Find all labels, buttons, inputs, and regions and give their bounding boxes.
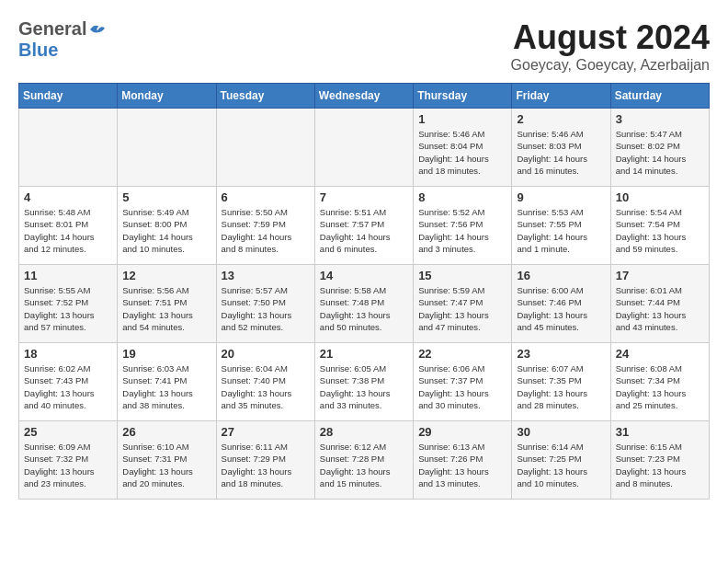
cell-content: Sunrise: 5:49 AM Sunset: 8:00 PM Dayligh…: [122, 206, 210, 255]
calendar-cell: 1Sunrise: 5:46 AM Sunset: 8:04 PM Daylig…: [414, 109, 512, 187]
calendar-cell: 24Sunrise: 6:08 AM Sunset: 7:34 PM Dayli…: [610, 343, 709, 421]
calendar-cell: 12Sunrise: 5:56 AM Sunset: 7:51 PM Dayli…: [118, 265, 216, 343]
weekday-header-friday: Friday: [512, 84, 610, 109]
calendar-cell: 19Sunrise: 6:03 AM Sunset: 7:41 PM Dayli…: [118, 343, 216, 421]
day-number: 20: [222, 347, 310, 361]
calendar-cell: 27Sunrise: 6:11 AM Sunset: 7:29 PM Dayli…: [216, 421, 314, 500]
calendar-cell: 26Sunrise: 6:10 AM Sunset: 7:31 PM Dayli…: [118, 421, 216, 500]
weekday-header-wednesday: Wednesday: [314, 84, 413, 109]
cell-content: Sunrise: 5:51 AM Sunset: 7:57 PM Dayligh…: [320, 206, 408, 255]
cell-content: Sunrise: 6:00 AM Sunset: 7:46 PM Dayligh…: [517, 284, 605, 333]
calendar-cell: 11Sunrise: 5:55 AM Sunset: 7:52 PM Dayli…: [19, 265, 118, 343]
logo-blue: Blue: [18, 40, 58, 60]
calendar-cell: [216, 109, 314, 187]
calendar-cell: 8Sunrise: 5:52 AM Sunset: 7:56 PM Daylig…: [414, 187, 512, 265]
cell-content: Sunrise: 5:52 AM Sunset: 7:56 PM Dayligh…: [418, 206, 506, 255]
location: Goeycay, Goeycay, Azerbaijan: [511, 57, 710, 74]
calendar-table: SundayMondayTuesdayWednesdayThursdayFrid…: [18, 83, 710, 500]
cell-content: Sunrise: 5:57 AM Sunset: 7:50 PM Dayligh…: [222, 284, 310, 333]
day-number: 28: [320, 425, 408, 439]
day-number: 17: [616, 269, 704, 282]
day-number: 26: [122, 425, 210, 439]
cell-content: Sunrise: 5:46 AM Sunset: 8:04 PM Dayligh…: [418, 128, 506, 177]
day-number: 19: [122, 347, 210, 361]
calendar-cell: 15Sunrise: 5:59 AM Sunset: 7:47 PM Dayli…: [414, 265, 512, 343]
calendar-cell: 13Sunrise: 5:57 AM Sunset: 7:50 PM Dayli…: [216, 265, 314, 343]
day-number: 18: [24, 347, 112, 361]
cell-content: Sunrise: 5:56 AM Sunset: 7:51 PM Dayligh…: [122, 284, 210, 333]
weekday-row: SundayMondayTuesdayWednesdayThursdayFrid…: [19, 84, 710, 109]
calendar-cell: 5Sunrise: 5:49 AM Sunset: 8:00 PM Daylig…: [118, 187, 216, 265]
calendar-cell: 10Sunrise: 5:54 AM Sunset: 7:54 PM Dayli…: [610, 187, 709, 265]
calendar-cell: 23Sunrise: 6:07 AM Sunset: 7:35 PM Dayli…: [512, 343, 610, 421]
day-number: 29: [418, 425, 506, 439]
calendar-cell: 20Sunrise: 6:04 AM Sunset: 7:40 PM Dayli…: [216, 343, 314, 421]
cell-content: Sunrise: 6:08 AM Sunset: 7:34 PM Dayligh…: [616, 362, 704, 411]
cell-content: Sunrise: 6:05 AM Sunset: 7:38 PM Dayligh…: [320, 362, 408, 411]
cell-content: Sunrise: 5:53 AM Sunset: 7:55 PM Dayligh…: [517, 206, 605, 255]
cell-content: Sunrise: 5:55 AM Sunset: 7:52 PM Dayligh…: [24, 284, 112, 333]
day-number: 21: [320, 347, 408, 361]
cell-content: Sunrise: 5:48 AM Sunset: 8:01 PM Dayligh…: [24, 206, 112, 255]
day-number: 14: [320, 269, 408, 282]
cell-content: Sunrise: 6:07 AM Sunset: 7:35 PM Dayligh…: [517, 362, 605, 411]
day-number: 10: [616, 190, 704, 204]
day-number: 2: [517, 112, 605, 126]
day-number: 6: [222, 190, 310, 204]
weekday-header-monday: Monday: [118, 84, 216, 109]
calendar-cell: 4Sunrise: 5:48 AM Sunset: 8:01 PM Daylig…: [19, 187, 118, 265]
cell-content: Sunrise: 5:59 AM Sunset: 7:47 PM Dayligh…: [418, 284, 506, 333]
cell-content: Sunrise: 6:14 AM Sunset: 7:25 PM Dayligh…: [517, 441, 605, 489]
page-header: General Blue August 2024 Goeycay, Goeyca…: [18, 18, 710, 74]
calendar-cell: 3Sunrise: 5:47 AM Sunset: 8:02 PM Daylig…: [610, 109, 709, 187]
title-section: August 2024 Goeycay, Goeycay, Azerbaijan: [511, 18, 710, 74]
cell-content: Sunrise: 6:09 AM Sunset: 7:32 PM Dayligh…: [24, 441, 112, 489]
calendar-cell: 2Sunrise: 5:46 AM Sunset: 8:03 PM Daylig…: [512, 109, 610, 187]
calendar-cell: 16Sunrise: 6:00 AM Sunset: 7:46 PM Dayli…: [512, 265, 610, 343]
calendar-header: SundayMondayTuesdayWednesdayThursdayFrid…: [19, 84, 710, 109]
calendar-cell: 6Sunrise: 5:50 AM Sunset: 7:59 PM Daylig…: [216, 187, 314, 265]
day-number: 23: [517, 347, 605, 361]
weekday-header-tuesday: Tuesday: [216, 84, 314, 109]
day-number: 22: [418, 347, 506, 361]
day-number: 16: [517, 269, 605, 282]
day-number: 24: [616, 347, 704, 361]
cell-content: Sunrise: 6:13 AM Sunset: 7:26 PM Dayligh…: [418, 441, 506, 489]
day-number: 4: [24, 190, 112, 204]
calendar-cell: 25Sunrise: 6:09 AM Sunset: 7:32 PM Dayli…: [19, 421, 118, 500]
cell-content: Sunrise: 6:06 AM Sunset: 7:37 PM Dayligh…: [418, 362, 506, 411]
calendar-week-row: 18Sunrise: 6:02 AM Sunset: 7:43 PM Dayli…: [19, 343, 710, 421]
cell-content: Sunrise: 5:47 AM Sunset: 8:02 PM Dayligh…: [616, 128, 704, 177]
day-number: 7: [320, 190, 408, 204]
weekday-header-saturday: Saturday: [610, 84, 709, 109]
cell-content: Sunrise: 6:10 AM Sunset: 7:31 PM Dayligh…: [122, 441, 210, 489]
day-number: 12: [122, 269, 210, 282]
day-number: 30: [517, 425, 605, 439]
cell-content: Sunrise: 5:54 AM Sunset: 7:54 PM Dayligh…: [616, 206, 704, 255]
calendar-cell: 28Sunrise: 6:12 AM Sunset: 7:28 PM Dayli…: [314, 421, 413, 500]
calendar-cell: 18Sunrise: 6:02 AM Sunset: 7:43 PM Dayli…: [19, 343, 118, 421]
logo-general: General: [18, 18, 86, 40]
calendar-cell: 9Sunrise: 5:53 AM Sunset: 7:55 PM Daylig…: [512, 187, 610, 265]
cell-content: Sunrise: 5:46 AM Sunset: 8:03 PM Dayligh…: [517, 128, 605, 177]
calendar-cell: 22Sunrise: 6:06 AM Sunset: 7:37 PM Dayli…: [414, 343, 512, 421]
calendar-cell: 17Sunrise: 6:01 AM Sunset: 7:44 PM Dayli…: [610, 265, 709, 343]
calendar-cell: 31Sunrise: 6:15 AM Sunset: 7:23 PM Dayli…: [610, 421, 709, 500]
day-number: 15: [418, 269, 506, 282]
cell-content: Sunrise: 6:04 AM Sunset: 7:40 PM Dayligh…: [222, 362, 310, 411]
day-number: 31: [616, 425, 704, 439]
calendar-cell: 29Sunrise: 6:13 AM Sunset: 7:26 PM Dayli…: [414, 421, 512, 500]
calendar-cell: [118, 109, 216, 187]
logo-bird-icon: [88, 22, 107, 37]
weekday-header-sunday: Sunday: [19, 84, 118, 109]
day-number: 8: [418, 190, 506, 204]
cell-content: Sunrise: 6:11 AM Sunset: 7:29 PM Dayligh…: [222, 441, 310, 489]
day-number: 5: [122, 190, 210, 204]
calendar-cell: [314, 109, 413, 187]
calendar-week-row: 4Sunrise: 5:48 AM Sunset: 8:01 PM Daylig…: [19, 187, 710, 265]
calendar-week-row: 25Sunrise: 6:09 AM Sunset: 7:32 PM Dayli…: [19, 421, 710, 500]
cell-content: Sunrise: 6:01 AM Sunset: 7:44 PM Dayligh…: [616, 284, 704, 333]
calendar-cell: 14Sunrise: 5:58 AM Sunset: 7:48 PM Dayli…: [314, 265, 413, 343]
calendar-week-row: 11Sunrise: 5:55 AM Sunset: 7:52 PM Dayli…: [19, 265, 710, 343]
month-title: August 2024: [511, 18, 710, 57]
